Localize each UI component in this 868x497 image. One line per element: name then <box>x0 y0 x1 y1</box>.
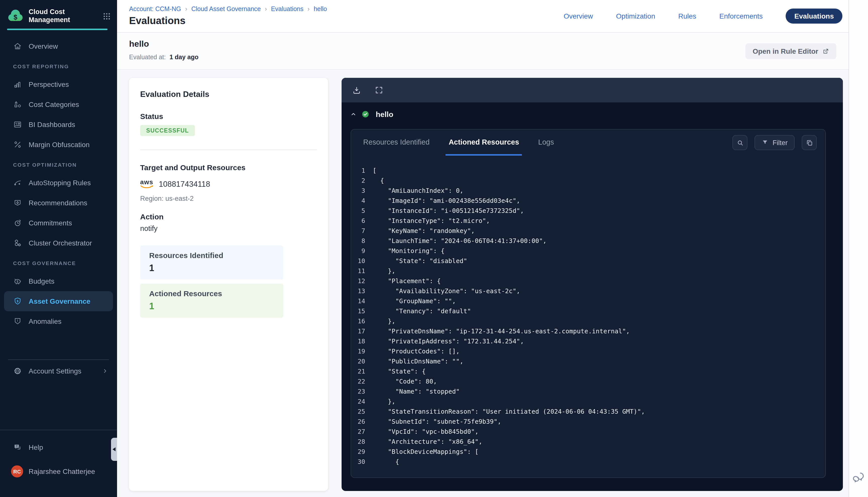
sidebar-item-label: Recommendations <box>29 199 87 207</box>
nav-pill-evaluations[interactable]: Evaluations <box>786 9 842 24</box>
tab-logs[interactable]: Logs <box>535 129 557 156</box>
collapse-arrow-icon <box>113 447 115 451</box>
evaluation-node-row: hello <box>341 102 843 126</box>
line-number: 26 <box>351 417 365 427</box>
tab-resources-identified[interactable]: Resources Identified <box>360 129 433 156</box>
line-number: 28 <box>351 437 365 447</box>
sidebar-item-help[interactable]: ? Help <box>0 437 117 457</box>
main-area: Account: CCM-NG › Cloud Asset Governance… <box>117 0 849 497</box>
line-text: "VpcId": "vpc-bb845bd0", <box>373 427 478 437</box>
app-grid-icon[interactable] <box>102 12 111 20</box>
sidebar-item-margin-obfuscation[interactable]: Margin Obfuscation <box>0 134 117 155</box>
code-line: 19 "ProductCodes": [], <box>351 346 825 356</box>
sidebar-item-label: Commitments <box>29 219 72 227</box>
line-text: }, <box>373 397 395 407</box>
action-value: notify <box>140 224 317 232</box>
home-icon <box>13 42 22 51</box>
line-number: 20 <box>351 356 365 367</box>
line-number: 29 <box>351 447 365 457</box>
header-nav: Overview Optimization Rules Enforcements… <box>564 0 842 32</box>
sidebar-item-overview[interactable]: Overview <box>0 36 117 56</box>
right-gutter <box>849 0 868 497</box>
sidebar-item-recommendations[interactable]: Recommendations <box>0 193 117 213</box>
sidebar-item-anomalies[interactable]: ! Anomalies <box>0 311 117 331</box>
content-area: Evaluation Details Status SUCCESSFUL Tar… <box>117 70 849 497</box>
nav-link-overview[interactable]: Overview <box>564 12 593 20</box>
code-line: 14 "GroupName": "", <box>351 296 825 306</box>
sidebar-collapse-handle[interactable] <box>111 438 117 461</box>
breadcrumb-cloud-asset-governance[interactable]: Cloud Asset Governance <box>191 5 261 12</box>
sidebar-item-perspectives[interactable]: Perspectives <box>0 74 117 94</box>
code-editor[interactable]: 1 [ 2 { 3 "AmiLaunchIndex": <box>351 156 825 478</box>
code-line: 1 [ <box>351 166 825 176</box>
recommendations-icon <box>13 198 22 207</box>
sidebar-item-bi-dashboards[interactable]: BI Dashboards <box>0 114 117 134</box>
line-number: 5 <box>351 206 365 216</box>
evaluation-name: hello <box>129 39 849 49</box>
sidebar-item-autostopping-rules[interactable]: AutoStopping Rules <box>0 173 117 193</box>
sidebar-item-account-settings[interactable]: Account Settings <box>0 361 117 381</box>
line-number: 30 <box>351 457 365 467</box>
line-number: 12 <box>351 276 365 286</box>
line-text: "Name": "stopped" <box>373 386 460 397</box>
code-line: 21 "State": { <box>351 367 825 377</box>
line-text: "SubnetId": "subnet-75fe9b39", <box>373 417 501 427</box>
sidebar-item-label: Cost Categories <box>29 100 79 109</box>
nav-link-optimization[interactable]: Optimization <box>616 12 655 20</box>
check-circle-icon <box>361 110 370 118</box>
sidebar-section-cost-reporting: COST REPORTING <box>13 63 117 70</box>
fullscreen-icon[interactable] <box>375 86 383 94</box>
line-number: 23 <box>351 386 365 397</box>
sidebar-item-cost-categories[interactable]: Cost Categories <box>0 94 117 114</box>
breadcrumb-account[interactable]: Account: CCM-NG <box>129 5 181 12</box>
code-line: 22 "Code": 80, <box>351 377 825 386</box>
code-line: 18 "PrivateIpAddress": "172.31.44.254", <box>351 336 825 346</box>
breadcrumb-hello[interactable]: hello <box>314 5 327 12</box>
line-text: "State": "disabled" <box>373 256 467 266</box>
user-profile[interactable]: RC Rajarshee Chatterjee <box>0 462 117 481</box>
app-title: Cloud Cost Management <box>29 8 102 24</box>
sidebar-item-commitments[interactable]: Commitments <box>0 213 117 233</box>
sidebar: $ Cloud Cost Management Overview COST RE… <box>0 0 117 497</box>
sidebar-item-label: Margin Obfuscation <box>29 141 90 148</box>
sidebar-item-label: Cluster Orchestrator <box>29 239 92 247</box>
line-number: 7 <box>351 226 365 236</box>
line-number: 15 <box>351 306 365 316</box>
aws-logo: aws <box>140 179 153 189</box>
clock-icon <box>13 218 22 227</box>
filter-button[interactable]: Filter <box>755 135 795 150</box>
sidebar-section-cost-optimization: COST OPTIMIZATION <box>13 162 117 169</box>
code-line: 16 }, <box>351 316 825 326</box>
line-text: "Placement": { <box>373 276 441 286</box>
sidebar-item-label: AutoStopping Rules <box>29 179 91 187</box>
line-number: 18 <box>351 336 365 346</box>
sidebar-item-cluster-orchestrator[interactable]: Cluster Orchestrator <box>0 233 117 253</box>
sidebar-item-budgets[interactable]: $ Budgets <box>0 271 117 291</box>
code-line: 27 "VpcId": "vpc-bb845bd0", <box>351 427 825 437</box>
shield-dollar-icon: $ <box>13 297 22 306</box>
sidebar-item-asset-governance[interactable]: $ Asset Governance <box>4 291 113 311</box>
svg-text:?: ? <box>16 445 17 448</box>
viewer-card: Resources Identified Actioned Resources … <box>351 129 826 478</box>
chevron-up-icon[interactable] <box>350 111 356 117</box>
line-number: 9 <box>351 246 365 256</box>
chat-bubbles-icon[interactable] <box>852 471 866 484</box>
breadcrumb-evaluations[interactable]: Evaluations <box>271 5 304 12</box>
sidebar-item-label: Help <box>29 443 43 451</box>
status-label: Status <box>140 112 317 120</box>
help-chat-icon: ? <box>13 443 22 452</box>
tab-actioned-resources[interactable]: Actioned Resources <box>446 129 522 156</box>
nav-link-rules[interactable]: Rules <box>678 12 696 20</box>
actioned-resources-card: Actioned Resources 1 <box>140 284 283 318</box>
sidebar-divider <box>8 359 109 360</box>
open-in-rule-editor-button[interactable]: Open in Rule Editor <box>746 43 836 59</box>
code-line: 17 "PrivateDnsName": "ip-172-31-44-254.u… <box>351 326 825 336</box>
line-text: "Code": 80, <box>373 377 437 386</box>
nav-link-enforcements[interactable]: Enforcements <box>719 12 763 20</box>
code-line: 26 "SubnetId": "subnet-75fe9b39", <box>351 417 825 427</box>
search-button[interactable] <box>732 135 747 150</box>
download-icon[interactable] <box>352 86 361 95</box>
copy-button[interactable] <box>802 135 817 150</box>
code-line: 13 "AvailabilityZone": "us-east-2c", <box>351 286 825 296</box>
search-icon <box>736 139 744 146</box>
